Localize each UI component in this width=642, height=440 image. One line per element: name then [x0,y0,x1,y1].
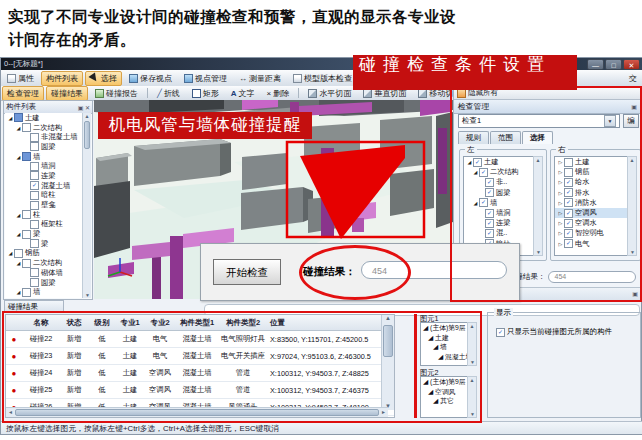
toolbar-button-属性[interactable]: 属性 [2,71,39,86]
checkbox-icon[interactable] [30,278,39,287]
table-row-碰撞22[interactable]: ●碰撞22新增低土建电气混凝土墙电气照明灯具X:83500, Y:115701,… [6,331,394,348]
float-panel-icon[interactable]: ▣ ✕ [78,104,90,111]
checkbox-icon[interactable] [14,249,23,258]
toolbar-button-水平切面[interactable]: 水平切面 [303,86,356,101]
expanded-icon[interactable]: ◢ [15,289,22,295]
column-header-状态[interactable]: 状态 [60,318,88,328]
tree-row-混凝土墙[interactable]: ✓混凝土墙 [5,181,83,191]
tree-row-二次结构[interactable]: ◢二次结构 [5,123,83,133]
close-button[interactable]: ✕ [623,59,640,70]
list-item-连梁[interactable]: ✓连梁 [464,218,534,228]
maximize-button[interactable]: □ [605,59,622,70]
list-item-智控弱电[interactable]: ▷✓智控弱电 [555,228,628,238]
list-item-给水[interactable]: ▷✓给水 [555,177,628,187]
list-item-空调水[interactable]: ▷✓空调水 [555,218,628,228]
list-item-非..[interactable]: ✓非.. [464,177,534,187]
list-item-混..[interactable]: ✓混.. [464,228,534,238]
checkbox-icon[interactable]: ✓ [473,158,482,167]
toolbar-button-模型版本检查[interactable]: 模型版本检查 [288,71,357,86]
element-tree-row-土建[interactable]: ◢ 土建 [421,333,467,343]
collapsed-icon[interactable]: ▷ [557,179,564,185]
column-header-构件类型2[interactable]: 构件类型2 [218,318,268,328]
collapsed-icon[interactable]: ▷ [557,210,564,216]
checkbox-icon[interactable] [30,142,39,151]
pin-icon[interactable]: ▣ [632,290,638,297]
checkbox-icon[interactable]: ✓ [564,178,573,187]
element1-scrollbar[interactable]: ▲▼ [467,322,477,366]
expanded-icon[interactable]: ◢ [472,200,479,206]
start-check-button[interactable]: 开始检查 [213,259,281,285]
checkbox-icon[interactable] [564,158,573,167]
minimize-button[interactable]: — [587,59,604,70]
toolbar-button-视点管理[interactable]: 视点管理 [179,71,232,86]
element2-tree[interactable]: ◢ (主体)第9层◢ 空调风◢ 其它 [420,376,468,418]
element-tree-row-空调风[interactable]: ◢ 空调风 [421,387,467,397]
element-tree-row-其它[interactable]: ◢ 其它 [421,396,467,406]
checkbox-icon[interactable] [30,239,39,248]
table-hscrollbar[interactable]: ◄► [6,407,388,417]
checkbox-icon[interactable]: ✓ [564,188,573,197]
tree-row-柱[interactable]: ◢柱 [5,210,83,220]
panel-result-field[interactable]: 454 [548,271,637,283]
element2-scrollbar[interactable]: ▲▼ [467,376,477,418]
element-tree-row-(主体)第9层[interactable]: ◢ (主体)第9层 [421,323,467,333]
toolbar-button-碰撞报告[interactable]: 碰撞报告 [90,86,143,101]
checkbox-icon[interactable] [30,171,39,180]
tree-row-墙洞[interactable]: 墙洞 [5,161,83,171]
checkbox-icon[interactable] [30,162,39,171]
checkbox-icon[interactable] [22,152,31,161]
tree-row-梁[interactable]: ◢梁 [5,229,83,239]
list-item-电气[interactable]: ▷✓电气 [555,239,628,249]
checkbox-icon[interactable]: ✓ [564,239,573,248]
toolbar-button-保存视点[interactable]: 保存视点 [124,71,177,86]
checkbox-icon[interactable] [30,268,39,277]
collapsed-icon[interactable]: ▷ [557,200,564,206]
tree-row-圆梁[interactable]: 圆梁 [5,278,83,288]
expanded-icon[interactable]: ◢ [15,154,22,160]
checkbox-icon[interactable]: ✓ [485,229,494,238]
checkbox-icon[interactable]: ✓ [479,198,488,207]
checkbox-icon[interactable]: ✓ [564,209,573,218]
collision-result-dock-tab[interactable]: 碰撞结果 [4,300,64,312]
expanded-icon[interactable]: ◢ [15,212,22,218]
display-only-checkbox[interactable]: ✓ 只显示当前碰撞图元所属的构件 [496,327,612,337]
toolbar-button-文字[interactable]: A文字 [226,86,260,101]
toolbar-button-折线[interactable]: ╱折线 [152,86,185,101]
left-group-scrollbar[interactable]: ▲▼ [533,156,543,256]
expanded-icon[interactable]: ◢ [7,250,14,256]
checkbox-icon[interactable] [22,123,31,132]
collapsed-icon[interactable]: ▷ [557,220,564,226]
tree-row-连梁[interactable]: 连梁 [5,171,83,181]
column-header-位置[interactable]: 位置 [268,318,397,328]
checkbox-icon[interactable] [30,201,39,210]
column-header-名称[interactable]: 名称 [22,318,60,328]
element-tree-row-混凝土墙[interactable]: ◢ 混凝土墙 [421,352,467,362]
checkbox-icon[interactable] [30,133,39,142]
chevron-down-icon[interactable]: ▼ [604,115,616,127]
list-item-土建[interactable]: ▷土建 [555,157,628,167]
list-item-墙洞[interactable]: ✓墙洞 [464,208,534,218]
tree-row-壁龛[interactable]: 壁龛 [5,200,83,210]
checkbox-icon[interactable] [22,210,31,219]
tree-row-二次结构[interactable]: ◢二次结构 [5,258,83,268]
checkbox-icon[interactable]: ✓ [485,188,494,197]
toolbar-button-构件列表[interactable]: 构件列表 [41,71,83,86]
collapsed-icon[interactable]: ▷ [557,159,564,165]
edit-check-button[interactable]: 编 [623,114,639,128]
element-tree-row-墙[interactable]: ◢ 墙 [421,342,467,352]
checkbox-icon[interactable] [564,168,573,177]
collapsed-icon[interactable]: ▷ [557,241,564,247]
checkbox-icon[interactable] [22,230,31,239]
expanded-icon[interactable]: ◢ [15,231,22,237]
pin-icon[interactable]: ▣ [631,103,637,110]
tree-row-框架柱[interactable]: 框架柱 [5,220,83,230]
checkbox-icon[interactable]: ✓ [485,178,494,187]
checkbox-icon[interactable] [14,113,23,122]
expanded-icon[interactable]: ◢ [15,125,22,131]
checkbox-icon[interactable] [22,259,31,268]
tab-选择[interactable]: 选择 [522,131,553,144]
expanded-icon[interactable]: ◢ [472,169,479,175]
tree-row-土建[interactable]: ◢土建 [5,113,83,123]
table-row-碰撞23[interactable]: ●碰撞23新增低土建电气混凝土墙电气开关插座X:97024, Y:95103.6… [6,348,394,365]
toolbar-button-检查管理[interactable]: 检查管理 [2,86,44,101]
